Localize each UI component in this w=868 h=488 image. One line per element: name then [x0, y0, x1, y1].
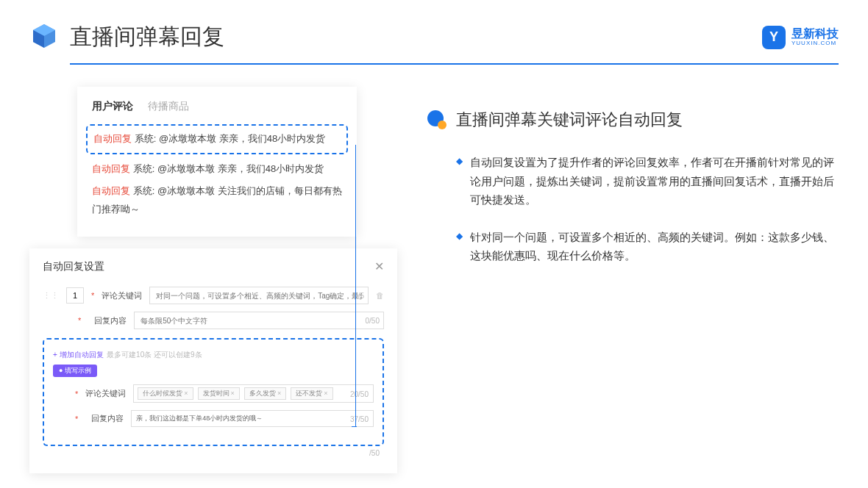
- bullet-item: ◆ 针对同一个问题，可设置多个相近的、高频的关键词。例如：这款多少钱、这块能优惠…: [427, 228, 839, 265]
- logo-en: YUUXIN.COM: [791, 40, 839, 46]
- example-reply-text: 亲，我们这边都是下单48小时内发货的哦～: [136, 415, 263, 422]
- example-badge: ● 填写示例: [53, 365, 97, 377]
- settings-modal: 自动回复设置 ✕ ⋮⋮ * 评论关键词 0/5 🗑 * 回复内容 0/50: [29, 248, 397, 473]
- required-icon: *: [91, 291, 94, 300]
- reply-label: 回复内容: [88, 315, 127, 326]
- keyword-tag[interactable]: 什么时候发货×: [138, 387, 193, 400]
- comment-text: @冰墩墩本墩 亲亲，我们48小时内发货: [157, 163, 324, 174]
- example-box: + 增加自动回复 最多可建10条 还可以创建9条 ● 填写示例 * 评论关键词 …: [43, 338, 384, 446]
- tabs: 用户评论 待播商品: [92, 100, 342, 113]
- required-icon: *: [78, 316, 81, 325]
- auto-reply-badge: 自动回复: [92, 185, 130, 196]
- keyword-input[interactable]: [149, 287, 369, 304]
- chat-bubble-icon: [427, 110, 447, 130]
- page-header: 直播间弹幕回复 Y 昱新科技 YUUXIN.COM: [0, 0, 868, 63]
- bullet-item: ◆ 自动回复设置为了提升作者的评论回复效率，作者可在开播前针对常见的评论用户问题…: [427, 153, 839, 209]
- reply-input[interactable]: [134, 312, 384, 329]
- add-auto-reply-link[interactable]: + 增加自动回复: [53, 351, 104, 359]
- diamond-icon: ◆: [456, 231, 463, 265]
- comments-card: 用户评论 待播商品 自动回复 系统: @冰墩墩本墩 亲亲，我们48小时内发货 自…: [77, 87, 357, 237]
- system-label: 系统:: [135, 133, 157, 144]
- system-label: 系统:: [133, 185, 155, 196]
- header-left: 直播间弹幕回复: [29, 22, 224, 52]
- svg-point-1: [438, 121, 447, 129]
- modal-title: 自动回复设置: [43, 260, 104, 273]
- drag-icon[interactable]: ⋮⋮: [43, 291, 59, 301]
- reply-label: 回复内容: [85, 413, 124, 424]
- connector-line: [352, 426, 357, 427]
- keyword-label: 评论关键词: [85, 388, 126, 399]
- close-icon[interactable]: ✕: [374, 259, 384, 273]
- page-title: 直播间弹幕回复: [70, 22, 224, 52]
- logo-cn: 昱新科技: [791, 28, 839, 40]
- bullet-text: 自动回复设置为了提升作者的评论回复效率，作者可在开播前针对常见的评论用户问题，提…: [470, 153, 839, 209]
- delete-icon[interactable]: 🗑: [376, 291, 384, 300]
- keyword-tag[interactable]: 发货时间×: [198, 387, 240, 400]
- auto-reply-badge: 自动回复: [93, 133, 132, 144]
- comment-row: 自动回复 系统: @冰墩墩本墩 关注我们的店铺，每日都有热门推荐呦～: [92, 182, 342, 218]
- logo-icon: Y: [762, 26, 786, 49]
- tab-user-comments[interactable]: 用户评论: [92, 100, 133, 113]
- required-icon: *: [75, 390, 78, 398]
- char-counter: 37/50: [350, 415, 369, 423]
- comment-text: @冰墩墩本墩 亲亲，我们48小时内发货: [159, 133, 325, 144]
- tab-pending-goods[interactable]: 待播商品: [148, 100, 189, 113]
- highlighted-comment: 自动回复 系统: @冰墩墩本墩 亲亲，我们48小时内发货: [86, 124, 348, 154]
- required-icon: *: [75, 415, 78, 423]
- bullet-text: 针对同一个问题，可设置多个相近的、高频的关键词。例如：这款多少钱、这块能优惠吗、…: [470, 228, 839, 265]
- description-panel: 直播间弹幕关键词评论自动回复 ◆ 自动回复设置为了提升作者的评论回复效率，作者可…: [427, 87, 839, 284]
- diamond-icon: ◆: [456, 156, 463, 209]
- order-input[interactable]: [66, 287, 84, 304]
- keyword-tag[interactable]: 多久发货×: [244, 387, 286, 400]
- comment-row: 自动回复 系统: @冰墩墩本墩 亲亲，我们48小时内发货: [92, 160, 342, 179]
- char-counter: 20/50: [350, 390, 369, 398]
- brand-logo: Y 昱新科技 YUUXIN.COM: [762, 26, 839, 49]
- cube-icon: [29, 23, 59, 52]
- keyword-label: 评论关键词: [102, 290, 142, 301]
- screenshot-panel: 用户评论 待播商品 自动回复 系统: @冰墩墩本墩 亲亲，我们48小时内发货 自…: [29, 87, 397, 284]
- section-title: 直播间弹幕关键词评论自动回复: [456, 109, 683, 131]
- limit-hint: 最多可建10条 还可以创建9条: [107, 351, 202, 359]
- keyword-tag[interactable]: 还不发货×: [291, 387, 332, 400]
- system-label: 系统:: [133, 163, 155, 174]
- char-counter: 0/50: [366, 317, 380, 325]
- connector-line: [355, 145, 356, 426]
- char-counter: /50: [43, 446, 384, 460]
- auto-reply-badge: 自动回复: [92, 163, 130, 174]
